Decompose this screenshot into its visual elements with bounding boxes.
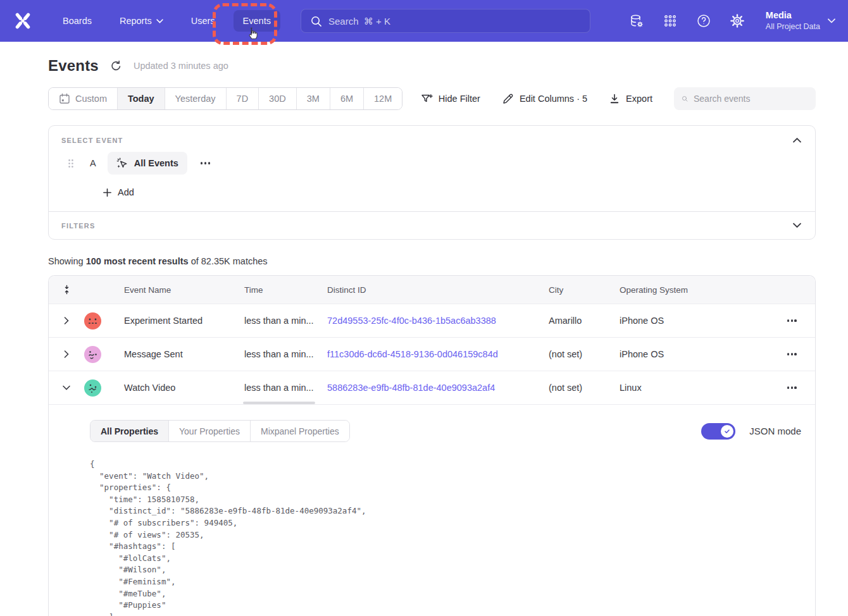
cell-os: iPhone OS	[620, 316, 751, 326]
chevron-down-icon[interactable]	[63, 385, 70, 390]
toggle-check-icon	[721, 425, 733, 438]
chevron-down-icon	[828, 18, 835, 23]
top-nav: Boards Reports Users Events	[0, 0, 848, 42]
events-page: Events Updated 3 minutes ago Custom Toda…	[0, 57, 848, 616]
date-range-30d[interactable]: 30D	[258, 88, 296, 109]
chevron-right-icon[interactable]	[64, 317, 69, 324]
table-row-expanded[interactable]: Watch Video less than a min... 5886283e-…	[49, 371, 815, 405]
nav-item-reports[interactable]: Reports	[110, 10, 173, 32]
col-header-os[interactable]: Operating System	[620, 285, 751, 295]
cell-os: iPhone OS	[620, 349, 751, 359]
col-header-distinct-id[interactable]: Distinct ID	[327, 285, 549, 295]
collapse-section-button[interactable]	[792, 136, 802, 144]
date-range-12m[interactable]: 12M	[363, 88, 402, 109]
cell-event-name: Experiment Started	[124, 316, 244, 326]
event-avatar	[84, 346, 101, 363]
project-selector[interactable]: Media All Project Data	[766, 9, 835, 32]
date-range-6m-label: 6M	[340, 94, 353, 104]
data-management-icon[interactable]	[629, 13, 644, 28]
date-range-3m[interactable]: 3M	[296, 88, 330, 109]
date-range-custom[interactable]: Custom	[49, 88, 117, 109]
add-event-label: Add	[118, 187, 134, 197]
export-button[interactable]: Export	[609, 93, 652, 104]
json-mode-toggle[interactable]	[701, 423, 735, 440]
date-range-3m-label: 3M	[307, 94, 320, 104]
event-selector-label: All Events	[134, 158, 178, 168]
plus-icon	[103, 188, 112, 197]
filter-plus-icon	[421, 93, 433, 104]
chevron-right-icon[interactable]	[64, 350, 69, 358]
event-avatar	[84, 379, 101, 397]
tab-your-properties-label: Your Properties	[179, 426, 240, 436]
filters-label: FILTERS	[61, 222, 95, 230]
tab-mixpanel-properties-label: Mixpanel Properties	[261, 426, 339, 436]
col-header-event-name[interactable]: Event Name	[124, 285, 244, 295]
date-range-yesterday[interactable]: Yesterday	[165, 88, 226, 109]
table-row[interactable]: Experiment Started less than a min... 72…	[49, 304, 815, 338]
date-range-7d[interactable]: 7D	[226, 88, 259, 109]
results-summary-suffix: of 82.35K matches	[189, 256, 268, 266]
events-table: Event Name Time Distinct ID City Operati…	[48, 275, 816, 616]
hide-filter-button[interactable]: Hide Filter	[421, 93, 480, 104]
filters-section[interactable]: FILTERS	[49, 211, 815, 239]
help-icon[interactable]	[696, 13, 711, 28]
cell-time: less than a min...	[244, 383, 327, 393]
cell-time: less than a min...	[244, 349, 327, 359]
event-selector-chip[interactable]: All Events	[108, 152, 187, 175]
cell-city: (not set)	[549, 349, 620, 359]
download-icon	[609, 93, 620, 104]
settings-gear-icon[interactable]	[730, 13, 745, 28]
apps-grid-icon[interactable]	[663, 13, 678, 28]
chevron-down-icon	[793, 223, 801, 228]
nav-item-events-label: Events	[243, 16, 271, 26]
cell-distinct-id-link[interactable]: 72d49553-25fc-4f0c-b436-1b5ac6ab3388	[327, 316, 549, 326]
chevron-down-icon	[156, 19, 163, 23]
magic-cursor-icon	[116, 157, 128, 169]
cell-distinct-id-link[interactable]: 5886283e-e9fb-48fb-81de-40e9093a2af4	[327, 383, 549, 393]
row-more-button[interactable]	[783, 349, 801, 359]
cell-distinct-id-link[interactable]: f11c30d6-dc6d-4518-9136-0d046159c84d	[327, 349, 549, 359]
col-header-city[interactable]: City	[549, 285, 620, 295]
cell-city: (not set)	[549, 383, 620, 393]
refresh-icon[interactable]	[110, 60, 122, 72]
search-events-input[interactable]	[694, 94, 808, 104]
event-row-more-button[interactable]	[198, 159, 213, 166]
row-more-button[interactable]	[783, 383, 801, 392]
cell-time: less than a min...	[244, 316, 327, 326]
mixpanel-logo-icon[interactable]	[11, 9, 34, 32]
tab-your-properties[interactable]: Your Properties	[168, 421, 250, 441]
edit-columns-button[interactable]: Edit Columns · 5	[502, 93, 587, 105]
nav-item-events[interactable]: Events	[234, 10, 280, 32]
tab-mixpanel-properties[interactable]: Mixpanel Properties	[250, 421, 349, 441]
global-search-input[interactable]	[328, 16, 581, 27]
row-more-button[interactable]	[783, 316, 801, 325]
cell-event-name: Message Sent	[124, 349, 244, 359]
collapse-all-icon[interactable]	[62, 285, 72, 295]
horizontal-scrollbar-thumb[interactable]	[243, 402, 315, 404]
date-range-12m-label: 12M	[374, 94, 392, 104]
search-icon	[682, 93, 688, 104]
nav-item-users[interactable]: Users	[182, 10, 225, 32]
add-event-button[interactable]: Add	[103, 187, 134, 197]
col-header-time[interactable]: Time	[244, 285, 327, 295]
cell-event-name: Watch Video	[124, 383, 244, 393]
results-summary: Showing 100 most recent results of 82.35…	[48, 256, 816, 266]
date-range-today[interactable]: Today	[117, 88, 165, 109]
search-events-box[interactable]	[674, 87, 816, 110]
date-range-6m[interactable]: 6M	[330, 88, 363, 109]
table-row[interactable]: Message Sent less than a min... f11c30d6…	[49, 338, 815, 371]
date-range-custom-label: Custom	[75, 94, 107, 104]
cell-os: Linux	[620, 383, 751, 393]
nav-item-boards[interactable]: Boards	[53, 10, 101, 32]
drag-handle-icon[interactable]	[68, 159, 74, 168]
json-mode-label: JSON mode	[749, 426, 801, 436]
global-search[interactable]	[301, 9, 590, 33]
query-builder-card: SELECT EVENT A	[48, 125, 816, 240]
event-detail-panel: All Properties Your Properties Mixpanel …	[49, 405, 815, 616]
expand-filters-button[interactable]	[792, 221, 802, 230]
project-name: Media	[766, 9, 820, 22]
date-range-picker: Custom Today Yesterday 7D 30D 3M 6M 12M	[48, 87, 402, 110]
date-range-yesterday-label: Yesterday	[175, 94, 216, 104]
tab-all-properties[interactable]: All Properties	[90, 421, 168, 441]
event-row-letter: A	[90, 158, 96, 168]
